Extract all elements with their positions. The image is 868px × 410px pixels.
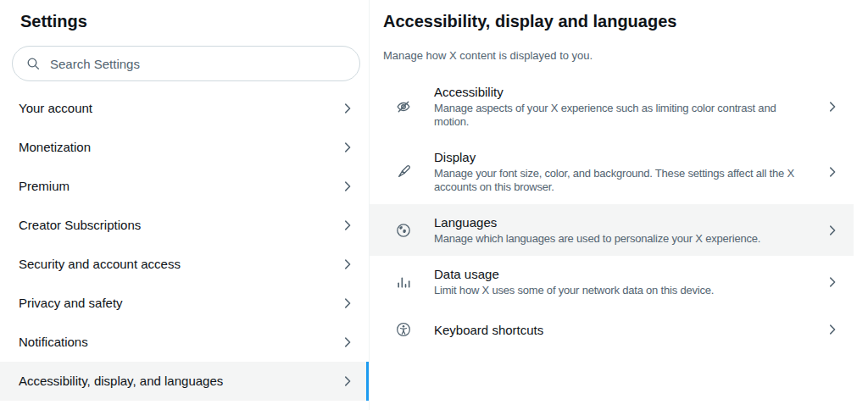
row-display[interactable]: Display Manage your font size, color, an…: [370, 139, 854, 204]
sidebar-item-label: Monetization: [19, 139, 91, 156]
search-input[interactable]: [48, 56, 346, 72]
bar-chart-icon: [395, 274, 412, 291]
sidebar-item-security-and-account-access[interactable]: Security and account access: [0, 245, 369, 284]
sidebar-item-privacy-and-safety[interactable]: Privacy and safety: [0, 284, 369, 323]
sidebar-item-label: Your account: [19, 100, 92, 117]
row-text: Accessibility Manage aspects of your X e…: [434, 84, 818, 129]
chevron-right-icon: [340, 218, 355, 233]
sidebar-item-label: Privacy and safety: [19, 295, 123, 312]
accessibility-person-icon: [395, 321, 412, 338]
row-description: Manage which languages are used to perso…: [434, 232, 811, 246]
chevron-right-icon: [340, 179, 355, 194]
sidebar-title: Settings: [0, 0, 369, 42]
sidebar-item-label: Accessibility, display, and languages: [19, 373, 223, 390]
sidebar-nav: Your account Monetization Premium Creato…: [0, 89, 369, 401]
sidebar-item-premium[interactable]: Premium: [0, 167, 369, 206]
sidebar-item-creator-subscriptions[interactable]: Creator Subscriptions: [0, 206, 369, 245]
eye-off-icon: [395, 98, 412, 115]
sidebar-item-label: Security and account access: [19, 256, 181, 273]
chevron-right-icon: [340, 374, 355, 389]
row-text: Data usage Limit how X uses some of your…: [434, 266, 818, 297]
sidebar-item-notifications[interactable]: Notifications: [0, 323, 369, 362]
row-title: Languages: [434, 214, 811, 230]
row-description: Limit how X uses some of your network da…: [434, 284, 811, 297]
sidebar-item-label: Creator Subscriptions: [19, 217, 141, 234]
page-title: Accessibility, display and languages: [370, 0, 854, 31]
settings-main-panel: Accessibility, display and languages Man…: [370, 0, 854, 410]
search-icon: [26, 57, 40, 70]
row-data-usage[interactable]: Data usage Limit how X uses some of your…: [370, 256, 854, 308]
page-subtitle: Manage how X content is displayed to you…: [370, 31, 854, 74]
row-description: Manage aspects of your X experience such…: [434, 102, 811, 129]
chevron-right-icon: [340, 140, 355, 155]
sidebar-item-accessibility-display-languages[interactable]: Accessibility, display, and languages: [0, 362, 369, 401]
search-settings-box[interactable]: [12, 46, 360, 81]
chevron-right-icon: [340, 296, 355, 311]
sidebar-item-monetization[interactable]: Monetization: [0, 128, 369, 167]
row-title: Display: [434, 149, 811, 165]
sidebar-item-label: Notifications: [19, 334, 88, 351]
chevron-right-icon: [825, 164, 840, 180]
row-text: Keyboard shortcuts: [434, 322, 818, 338]
row-keyboard-shortcuts[interactable]: Keyboard shortcuts: [370, 308, 854, 352]
chevron-right-icon: [340, 257, 355, 272]
brush-icon: [395, 163, 412, 180]
row-languages[interactable]: Languages Manage which languages are use…: [370, 204, 854, 256]
row-title: Keyboard shortcuts: [434, 322, 811, 338]
sidebar-item-your-account[interactable]: Your account: [0, 89, 369, 128]
chevron-right-icon: [825, 223, 840, 238]
chevron-right-icon: [825, 322, 840, 337]
row-accessibility[interactable]: Accessibility Manage aspects of your X e…: [370, 74, 854, 139]
chevron-right-icon: [825, 99, 840, 114]
row-text: Display Manage your font size, color, an…: [434, 149, 818, 194]
row-text: Languages Manage which languages are use…: [434, 214, 818, 246]
chevron-right-icon: [340, 101, 355, 116]
chevron-right-icon: [340, 335, 355, 350]
chevron-right-icon: [825, 274, 840, 290]
globe-icon: [395, 222, 412, 239]
row-title: Data usage: [434, 266, 811, 282]
sidebar-item-label: Premium: [19, 178, 70, 195]
row-title: Accessibility: [434, 84, 811, 100]
settings-sidebar: Settings Your account Monetization Premi…: [0, 0, 370, 410]
settings-page: Settings Your account Monetization Premi…: [0, 0, 868, 410]
row-description: Manage your font size, color, and backgr…: [434, 167, 811, 194]
